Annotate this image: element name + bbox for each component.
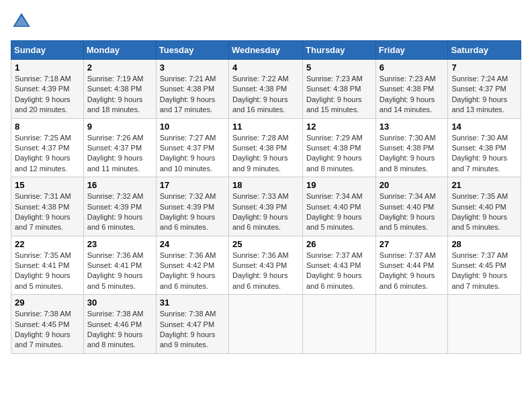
- day-number: 20: [380, 180, 445, 190]
- day-number: 24: [160, 239, 225, 249]
- day-number: 7: [451, 62, 517, 73]
- day-info: Sunrise: 7:37 AMSunset: 4:43 PMDaylight:…: [306, 250, 372, 292]
- table-row: 10Sunrise: 7:27 AMSunset: 4:37 PMDayligh…: [156, 118, 228, 177]
- day-number: 6: [380, 62, 445, 73]
- calendar-week-row: 22Sunrise: 7:35 AMSunset: 4:41 PMDayligh…: [11, 236, 521, 295]
- table-row: 17Sunrise: 7:32 AMSunset: 4:39 PMDayligh…: [156, 177, 228, 236]
- table-row: 14Sunrise: 7:30 AMSunset: 4:38 PMDayligh…: [448, 118, 521, 177]
- table-row: 31Sunrise: 7:38 AMSunset: 4:47 PMDayligh…: [156, 295, 228, 354]
- day-number: 8: [15, 122, 80, 132]
- day-info: Sunrise: 7:27 AMSunset: 4:37 PMDaylight:…: [160, 133, 225, 175]
- table-row: 15Sunrise: 7:31 AMSunset: 4:38 PMDayligh…: [11, 177, 84, 236]
- day-number: 10: [160, 122, 225, 132]
- col-saturday: Saturday: [448, 41, 521, 60]
- table-row: 12Sunrise: 7:29 AMSunset: 4:38 PMDayligh…: [303, 118, 376, 177]
- day-info: Sunrise: 7:21 AMSunset: 4:38 PMDaylight:…: [160, 74, 225, 116]
- table-row: [228, 295, 302, 354]
- day-info: Sunrise: 7:34 AMSunset: 4:40 PMDaylight:…: [306, 191, 372, 233]
- col-monday: Monday: [83, 41, 156, 60]
- day-info: Sunrise: 7:36 AMSunset: 4:43 PMDaylight:…: [232, 250, 299, 292]
- table-row: [448, 295, 521, 354]
- day-info: Sunrise: 7:23 AMSunset: 4:38 PMDaylight:…: [380, 74, 445, 116]
- day-info: Sunrise: 7:31 AMSunset: 4:38 PMDaylight:…: [15, 191, 80, 233]
- day-number: 12: [306, 122, 372, 132]
- day-number: 28: [451, 239, 517, 249]
- table-row: 20Sunrise: 7:34 AMSunset: 4:40 PMDayligh…: [375, 177, 448, 236]
- table-row: 2Sunrise: 7:19 AMSunset: 4:38 PMDaylight…: [83, 60, 156, 119]
- day-number: 27: [380, 239, 445, 249]
- calendar-body: 1Sunrise: 7:18 AMSunset: 4:39 PMDaylight…: [11, 60, 521, 354]
- table-row: 8Sunrise: 7:25 AMSunset: 4:37 PMDaylight…: [11, 118, 84, 177]
- day-number: 4: [232, 62, 299, 73]
- table-row: 9Sunrise: 7:26 AMSunset: 4:37 PMDaylight…: [83, 118, 156, 177]
- table-row: 27Sunrise: 7:37 AMSunset: 4:44 PMDayligh…: [375, 236, 448, 295]
- day-number: 17: [160, 180, 225, 190]
- table-row: 25Sunrise: 7:36 AMSunset: 4:43 PMDayligh…: [228, 236, 302, 295]
- day-number: 13: [380, 122, 445, 132]
- day-number: 2: [87, 62, 152, 73]
- page-header: [11, 11, 521, 32]
- day-info: Sunrise: 7:19 AMSunset: 4:38 PMDaylight:…: [87, 74, 152, 116]
- table-row: 21Sunrise: 7:35 AMSunset: 4:40 PMDayligh…: [448, 177, 521, 236]
- col-wednesday: Wednesday: [228, 41, 302, 60]
- calendar-week-row: 15Sunrise: 7:31 AMSunset: 4:38 PMDayligh…: [11, 177, 521, 236]
- day-info: Sunrise: 7:22 AMSunset: 4:38 PMDaylight:…: [232, 74, 299, 116]
- day-info: Sunrise: 7:18 AMSunset: 4:39 PMDaylight:…: [15, 74, 80, 116]
- day-info: Sunrise: 7:29 AMSunset: 4:38 PMDaylight:…: [306, 133, 372, 175]
- day-info: Sunrise: 7:37 AMSunset: 4:45 PMDaylight:…: [451, 250, 517, 292]
- calendar-week-row: 1Sunrise: 7:18 AMSunset: 4:39 PMDaylight…: [11, 60, 521, 119]
- table-row: 13Sunrise: 7:30 AMSunset: 4:38 PMDayligh…: [375, 118, 448, 177]
- day-info: Sunrise: 7:32 AMSunset: 4:39 PMDaylight:…: [160, 191, 225, 233]
- col-thursday: Thursday: [303, 41, 376, 60]
- table-row: 26Sunrise: 7:37 AMSunset: 4:43 PMDayligh…: [303, 236, 376, 295]
- day-number: 29: [15, 298, 80, 308]
- day-number: 19: [306, 180, 372, 190]
- day-number: 9: [87, 122, 152, 132]
- table-row: 19Sunrise: 7:34 AMSunset: 4:40 PMDayligh…: [303, 177, 376, 236]
- day-number: 1: [15, 62, 80, 73]
- calendar-header: Sunday Monday Tuesday Wednesday Thursday…: [11, 41, 521, 60]
- day-info: Sunrise: 7:36 AMSunset: 4:42 PMDaylight:…: [160, 250, 225, 292]
- table-row: 22Sunrise: 7:35 AMSunset: 4:41 PMDayligh…: [11, 236, 84, 295]
- table-row: 11Sunrise: 7:28 AMSunset: 4:38 PMDayligh…: [228, 118, 302, 177]
- calendar-week-row: 29Sunrise: 7:38 AMSunset: 4:45 PMDayligh…: [11, 295, 521, 354]
- table-row: 6Sunrise: 7:23 AMSunset: 4:38 PMDaylight…: [375, 60, 448, 119]
- header-row: Sunday Monday Tuesday Wednesday Thursday…: [11, 41, 521, 60]
- table-row: 29Sunrise: 7:38 AMSunset: 4:45 PMDayligh…: [11, 295, 84, 354]
- table-row: 18Sunrise: 7:33 AMSunset: 4:39 PMDayligh…: [228, 177, 302, 236]
- day-number: 15: [15, 180, 80, 190]
- day-info: Sunrise: 7:35 AMSunset: 4:40 PMDaylight:…: [451, 191, 517, 233]
- table-row: 30Sunrise: 7:38 AMSunset: 4:46 PMDayligh…: [83, 295, 156, 354]
- col-tuesday: Tuesday: [156, 41, 228, 60]
- table-row: 1Sunrise: 7:18 AMSunset: 4:39 PMDaylight…: [11, 60, 84, 119]
- table-row: [303, 295, 376, 354]
- day-info: Sunrise: 7:33 AMSunset: 4:39 PMDaylight:…: [232, 191, 299, 233]
- table-row: 24Sunrise: 7:36 AMSunset: 4:42 PMDayligh…: [156, 236, 228, 295]
- calendar-week-row: 8Sunrise: 7:25 AMSunset: 4:37 PMDaylight…: [11, 118, 521, 177]
- day-number: 23: [87, 239, 152, 249]
- day-info: Sunrise: 7:35 AMSunset: 4:41 PMDaylight:…: [15, 250, 80, 292]
- col-sunday: Sunday: [11, 41, 84, 60]
- day-info: Sunrise: 7:34 AMSunset: 4:40 PMDaylight:…: [380, 191, 445, 233]
- day-number: 30: [87, 298, 152, 308]
- day-number: 26: [306, 239, 372, 249]
- day-info: Sunrise: 7:38 AMSunset: 4:46 PMDaylight:…: [87, 309, 152, 351]
- day-number: 25: [232, 239, 299, 249]
- day-info: Sunrise: 7:37 AMSunset: 4:44 PMDaylight:…: [380, 250, 445, 292]
- table-row: 7Sunrise: 7:24 AMSunset: 4:37 PMDaylight…: [448, 60, 521, 119]
- day-number: 22: [15, 239, 80, 249]
- logo-icon: [11, 11, 32, 32]
- table-row: 4Sunrise: 7:22 AMSunset: 4:38 PMDaylight…: [228, 60, 302, 119]
- day-info: Sunrise: 7:30 AMSunset: 4:38 PMDaylight:…: [451, 133, 517, 175]
- day-info: Sunrise: 7:30 AMSunset: 4:38 PMDaylight:…: [380, 133, 445, 175]
- day-number: 3: [160, 62, 225, 73]
- day-number: 5: [306, 62, 372, 73]
- day-info: Sunrise: 7:32 AMSunset: 4:39 PMDaylight:…: [87, 191, 152, 233]
- day-number: 14: [451, 122, 517, 132]
- day-info: Sunrise: 7:24 AMSunset: 4:37 PMDaylight:…: [451, 74, 517, 116]
- day-info: Sunrise: 7:38 AMSunset: 4:47 PMDaylight:…: [160, 309, 225, 351]
- day-info: Sunrise: 7:38 AMSunset: 4:45 PMDaylight:…: [15, 309, 80, 351]
- table-row: 28Sunrise: 7:37 AMSunset: 4:45 PMDayligh…: [448, 236, 521, 295]
- day-info: Sunrise: 7:23 AMSunset: 4:38 PMDaylight:…: [306, 74, 372, 116]
- day-number: 16: [87, 180, 152, 190]
